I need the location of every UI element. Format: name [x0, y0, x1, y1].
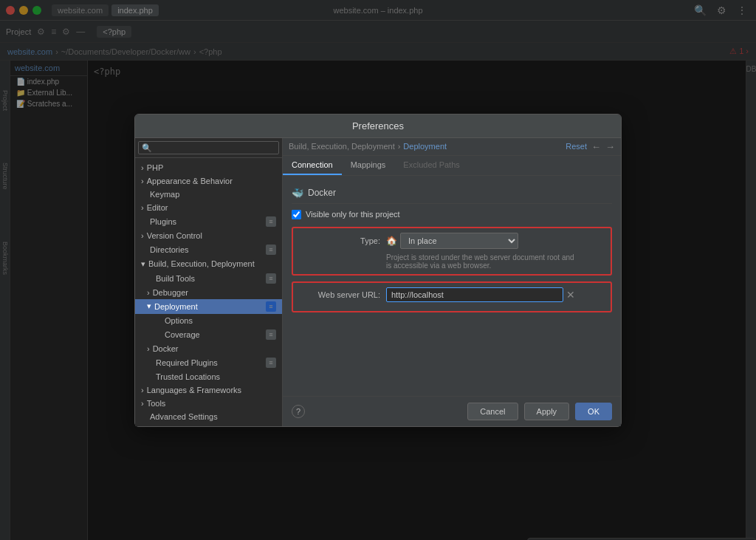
- url-input[interactable]: [386, 287, 563, 302]
- pref-build-tools[interactable]: Build Tools ≡: [135, 271, 282, 286]
- help-button[interactable]: ?: [292, 405, 305, 418]
- type-select[interactable]: In place FTP SFTP Local or mounted folde…: [400, 233, 518, 249]
- url-clear-button[interactable]: ✕: [566, 289, 575, 301]
- tab-connection[interactable]: Connection: [283, 156, 342, 175]
- type-icon: 🏠: [386, 236, 397, 246]
- visible-checkbox-row: Visible only for this project: [292, 210, 612, 219]
- pref-editor[interactable]: › Editor: [135, 201, 282, 214]
- pref-tools[interactable]: › Tools: [135, 397, 282, 410]
- full-layout: Project Structure Bookmarks website.com …: [0, 61, 756, 540]
- dialog-tabs: Connection Mappings Excluded Paths: [283, 156, 621, 176]
- dialog-body: › PHP › Appearance & Behavior Keymap: [135, 138, 621, 426]
- reset-button[interactable]: Reset: [566, 142, 587, 151]
- pref-right-header: Build, Execution, Deployment › Deploymen…: [283, 138, 621, 156]
- pref-keymap[interactable]: Keymap: [135, 188, 282, 201]
- pref-php[interactable]: › PHP: [135, 161, 282, 174]
- ok-button[interactable]: OK: [575, 403, 612, 420]
- apply-button[interactable]: Apply: [524, 403, 570, 420]
- dialog-footer: ? Cancel Apply OK: [283, 396, 621, 426]
- nav-back-button[interactable]: ←: [591, 141, 601, 152]
- type-hint: Project is stored under the web server d…: [386, 253, 605, 262]
- type-hint2: is accessible via a web browser.: [386, 262, 605, 270]
- pref-required-plugins[interactable]: Required Plugins ≡: [135, 355, 282, 370]
- dialog-title: Preferences: [135, 115, 621, 138]
- breadcrumb-current: Deployment: [403, 142, 447, 151]
- docker-icon: 🐳: [292, 188, 303, 199]
- pref-build-exec[interactable]: ▾ Build, Execution, Deployment: [135, 257, 282, 271]
- pref-version-control[interactable]: › Version Control: [135, 229, 282, 242]
- breadcrumb-section: Build, Execution, Deployment: [289, 142, 395, 151]
- preferences-dialog-overlay: Preferences › PHP: [0, 0, 756, 540]
- docker-label: Docker: [308, 188, 336, 198]
- url-field-box: Web server URL: ✕: [292, 281, 612, 312]
- pref-languages[interactable]: › Languages & Frameworks: [135, 383, 282, 397]
- pref-content: 🐳 Docker Visible only for this project T…: [283, 176, 621, 396]
- pref-trusted-locations[interactable]: Trusted Locations: [135, 370, 282, 383]
- pref-search-input[interactable]: [138, 141, 279, 154]
- cancel-button[interactable]: Cancel: [467, 403, 518, 420]
- pref-right-panel: Build, Execution, Deployment › Deploymen…: [283, 138, 621, 426]
- url-label: Web server URL:: [299, 290, 380, 299]
- tab-mappings[interactable]: Mappings: [342, 156, 395, 175]
- pref-debugger[interactable]: › Debugger: [135, 286, 282, 299]
- pref-advanced-settings[interactable]: Advanced Settings: [135, 410, 282, 423]
- visible-checkbox[interactable]: [292, 210, 301, 219]
- pref-tree-panel: › PHP › Appearance & Behavior Keymap: [135, 138, 283, 426]
- url-row: Web server URL: ✕: [299, 287, 605, 302]
- pref-tree: › PHP › Appearance & Behavior Keymap: [135, 158, 282, 426]
- visible-label: Visible only for this project: [306, 210, 400, 219]
- pref-docker[interactable]: › Docker: [135, 342, 282, 355]
- pref-plugins[interactable]: Plugins ≡: [135, 214, 282, 229]
- tab-excluded-paths: Excluded Paths: [394, 156, 468, 175]
- pref-deployment[interactable]: ▾ Deployment ≡: [135, 299, 282, 314]
- type-label: Type:: [299, 236, 380, 245]
- pref-appearance[interactable]: › Appearance & Behavior: [135, 174, 282, 188]
- type-field-box: Type: 🏠 In place FTP SFTP Local or mount…: [292, 227, 612, 276]
- pref-options[interactable]: Options: [135, 314, 282, 327]
- pref-directories[interactable]: Directories ≡: [135, 242, 282, 257]
- nav-forward-button[interactable]: →: [605, 141, 615, 152]
- type-row: Type: 🏠 In place FTP SFTP Local or mount…: [299, 233, 605, 249]
- pref-coverage[interactable]: Coverage ≡: [135, 327, 282, 342]
- preferences-dialog: Preferences › PHP: [134, 114, 622, 427]
